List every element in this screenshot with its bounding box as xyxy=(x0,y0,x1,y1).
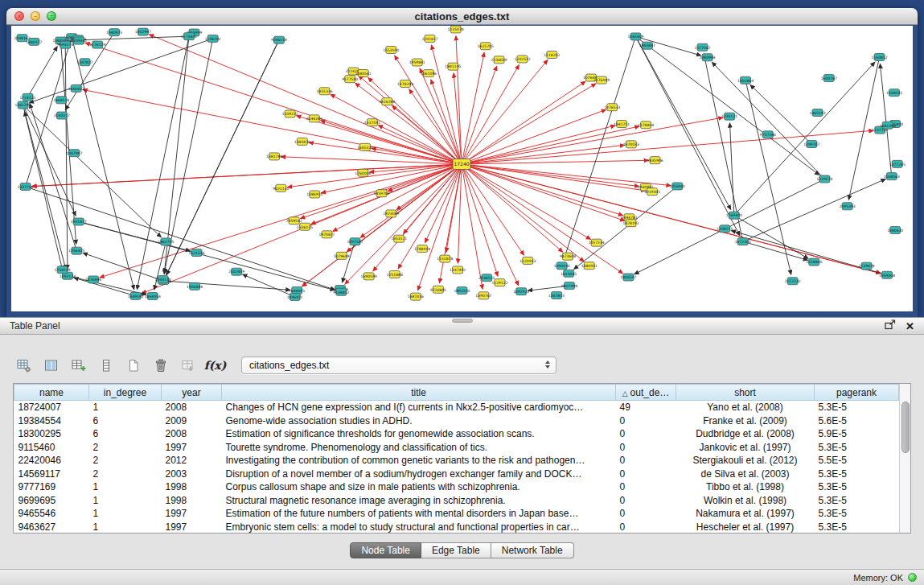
graph-edge[interactable] xyxy=(880,64,891,176)
float-panel-icon[interactable] xyxy=(885,319,896,333)
cell-title[interactable]: Structural magnetic resonance image aver… xyxy=(222,494,616,508)
cell-year[interactable]: 2008 xyxy=(162,401,222,414)
graph-edge[interactable] xyxy=(462,164,519,286)
cell-in_degree[interactable]: 1 xyxy=(89,521,162,534)
zoom-window-button[interactable]: + xyxy=(47,11,56,21)
scrollbar-thumb[interactable] xyxy=(901,402,910,453)
cell-year[interactable]: 1997 xyxy=(162,441,222,455)
graph-edge[interactable] xyxy=(712,62,824,179)
cell-year[interactable]: 1998 xyxy=(162,494,222,508)
cell-title[interactable]: Embryonic stem cells: a model to study s… xyxy=(222,521,616,534)
cell-short[interactable]: Hescheler et al. (1997) xyxy=(676,521,815,534)
graph-edge[interactable] xyxy=(743,179,886,241)
cell-short[interactable]: Dudbridge et al. (2008) xyxy=(676,427,815,441)
column-header-in_degree[interactable]: in_degree xyxy=(89,385,162,401)
cell-in_degree[interactable]: 1 xyxy=(89,401,162,414)
cell-name[interactable]: 9115460 xyxy=(14,441,89,455)
delete-table-button[interactable] xyxy=(150,356,171,376)
table-row[interactable]: 946362711997Embryonic stem cells: a mode… xyxy=(14,521,899,534)
window-titlebar[interactable]: × − + citations_edges.txt xyxy=(6,8,918,25)
cell-pagerank[interactable]: 5.3E-5 xyxy=(815,480,899,494)
graph-edge[interactable] xyxy=(23,105,162,237)
graph-edge[interactable] xyxy=(462,164,498,277)
cell-name[interactable]: 9699695 xyxy=(14,494,89,508)
table-row[interactable]: 946554611997Estimation of the future num… xyxy=(14,507,899,521)
graph-edge[interactable] xyxy=(74,278,136,296)
graph-edge[interactable] xyxy=(360,164,462,237)
cell-year[interactable]: 1997 xyxy=(162,521,222,534)
tab-edge-table[interactable]: Edge Table xyxy=(421,542,491,558)
cell-in_degree[interactable]: 2 xyxy=(89,454,162,468)
graph-edge[interactable] xyxy=(573,186,677,269)
graph-edge[interactable] xyxy=(23,105,76,216)
cell-title[interactable]: Estimation of significance thresholds fo… xyxy=(222,427,616,441)
cell-short[interactable]: Jankovic et al. (1997) xyxy=(676,441,815,455)
graph-edge[interactable] xyxy=(734,216,809,259)
cell-name[interactable]: 9463627 xyxy=(14,521,89,534)
cell-in_degree[interactable]: 6 xyxy=(89,427,162,441)
cell-title[interactable]: Investigating the contribution of common… xyxy=(222,454,616,468)
memory-status[interactable]: Memory: OK xyxy=(853,573,903,583)
cell-pagerank[interactable]: 5.3E-5 xyxy=(815,468,899,481)
cell-short[interactable]: Yano et al. (2008) xyxy=(676,401,815,414)
network-canvas[interactable]: 1724098359061960861101930514947811878192… xyxy=(11,26,913,311)
graph-edge[interactable] xyxy=(462,64,519,164)
new-document-button[interactable] xyxy=(122,356,144,376)
table-row[interactable]: 1456911722003Disruption of a novel membe… xyxy=(14,468,899,481)
cell-pagerank[interactable]: 5.3E-5 xyxy=(815,401,899,414)
graph-edge[interactable] xyxy=(302,164,462,286)
column-header-out_degree[interactable]: △out_de… xyxy=(616,385,676,401)
column-header-pagerank[interactable]: pagerank xyxy=(815,385,899,401)
cell-name[interactable]: 19384554 xyxy=(14,414,89,428)
column-header-name[interactable]: name xyxy=(14,385,89,401)
table-row[interactable]: 911546021997Tourette syndrome. Phenomeno… xyxy=(14,441,899,455)
cell-out_degree[interactable]: 49 xyxy=(616,401,676,414)
table-row[interactable]: 1830029562008Estimation of significance … xyxy=(14,427,899,441)
cell-name[interactable]: 22420046 xyxy=(14,454,89,468)
graph-edge[interactable] xyxy=(333,164,462,232)
cell-in_degree[interactable]: 1 xyxy=(89,480,162,494)
cell-year[interactable]: 2008 xyxy=(162,427,222,441)
cell-year[interactable]: 1997 xyxy=(162,507,222,521)
cell-out_degree[interactable]: 0 xyxy=(616,454,676,468)
splitter-handle[interactable] xyxy=(452,319,473,323)
graph-edge[interactable] xyxy=(163,281,290,290)
cell-year[interactable]: 2003 xyxy=(162,468,222,481)
graph-edge[interactable] xyxy=(425,164,462,243)
cell-in_degree[interactable]: 1 xyxy=(89,494,162,508)
graph-edge[interactable] xyxy=(462,52,484,164)
cell-short[interactable]: Tibbo et al. (1998) xyxy=(676,480,815,494)
graph-edge[interactable] xyxy=(635,36,740,236)
cell-title[interactable]: Genome-wide association studies in ADHD. xyxy=(222,414,616,428)
cell-out_degree[interactable]: 0 xyxy=(616,468,676,481)
graph-edge[interactable] xyxy=(24,111,62,270)
cell-out_degree[interactable]: 0 xyxy=(616,441,676,455)
cell-name[interactable]: 18300295 xyxy=(14,427,89,441)
table-row[interactable]: 977716911998Corpus callosum shape and si… xyxy=(14,480,899,494)
graph-edge[interactable] xyxy=(85,43,462,164)
graph-edge[interactable] xyxy=(462,164,623,274)
column-header-title[interactable]: title xyxy=(222,385,616,401)
cell-out_degree[interactable]: 0 xyxy=(616,427,676,441)
cell-short[interactable]: Stergiakouli et al. (2012) xyxy=(676,454,815,468)
graph-edge[interactable] xyxy=(462,164,639,187)
cell-pagerank[interactable]: 5.3E-5 xyxy=(815,521,899,534)
cell-out_degree[interactable]: 0 xyxy=(616,480,676,494)
cell-title[interactable]: Changes of HCN gene expression and I(f) … xyxy=(222,401,616,414)
cell-in_degree[interactable]: 2 xyxy=(89,468,162,481)
cell-pagerank[interactable]: 5.3E-5 xyxy=(815,507,899,521)
cell-pagerank[interactable]: 5.5E-5 xyxy=(815,454,899,468)
graph-edge[interactable] xyxy=(462,126,615,164)
table-settings-button[interactable] xyxy=(13,356,35,376)
cell-in_degree[interactable]: 2 xyxy=(89,441,162,455)
cell-title[interactable]: Disruption of a novel member of a sodium… xyxy=(222,468,616,481)
cell-short[interactable]: Franke et al. (2009) xyxy=(676,414,815,428)
tab-node-table[interactable]: Node Table xyxy=(350,542,421,558)
cell-pagerank[interactable]: 5.3E-5 xyxy=(815,494,899,508)
cell-title[interactable]: Corpus callosum shape and size in male p… xyxy=(222,480,616,494)
cell-year[interactable]: 2012 xyxy=(162,454,222,468)
table-row[interactable]: 1938455462009Genome-wide association stu… xyxy=(14,414,899,428)
cell-name[interactable]: 18724007 xyxy=(14,401,89,414)
graph-edge[interactable] xyxy=(462,164,584,262)
cell-year[interactable]: 1998 xyxy=(162,480,222,494)
